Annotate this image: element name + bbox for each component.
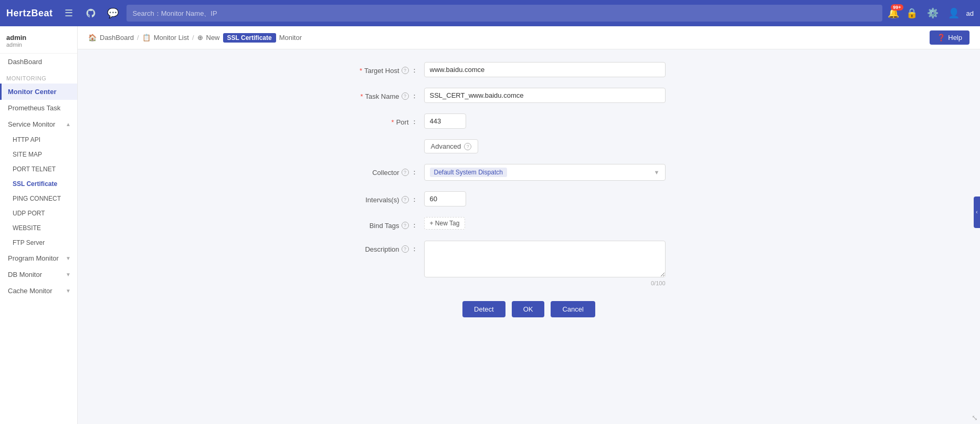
user-icon[interactable]: 👤: [945, 5, 962, 22]
sidebar-sub-udp-port[interactable]: UDP PORT: [0, 206, 77, 221]
collector-label: Collector ? ：: [340, 164, 424, 177]
right-collapse-handle[interactable]: ‹: [974, 197, 980, 228]
settings-icon[interactable]: ⚙️: [924, 5, 941, 22]
task-name-row: * Task Name ? ：: [340, 88, 718, 103]
required-star-3: *: [392, 118, 394, 126]
char-count: 0/100: [424, 280, 666, 286]
port-label: * Port ：: [340, 113, 424, 127]
collector-info-icon[interactable]: ?: [402, 169, 409, 176]
breadcrumb-dashboard[interactable]: DashBoard: [100, 34, 134, 42]
sidebar-item-program-monitor[interactable]: Program Monitor ▼: [0, 250, 77, 266]
breadcrumb-sep-1: /: [137, 34, 139, 42]
notification-badge: 99+: [891, 4, 903, 11]
sidebar-sub-ssl-certificate[interactable]: SSL Certificate: [0, 177, 77, 191]
intervals-info-icon[interactable]: ?: [402, 196, 409, 203]
chevron-down-icon-2: ▼: [66, 272, 71, 277]
sidebar-sub-port-telnet[interactable]: PORT TELNET: [0, 162, 77, 177]
home-icon: 🏠: [88, 34, 97, 42]
intervals-label: Intervals(s) ? ：: [340, 191, 424, 204]
sidebar-item-prometheus-task[interactable]: Prometheus Task: [0, 100, 77, 116]
breadcrumb-monitor: Monitor: [279, 34, 302, 42]
sidebar-sub-site-map[interactable]: SITE MAP: [0, 147, 77, 162]
target-host-row: * Target Host ? ：: [340, 62, 718, 77]
chevron-down-icon-3: ▼: [66, 288, 71, 294]
task-name-input[interactable]: [424, 88, 666, 103]
main-layout: admin admin DashBoard Monitoring Monitor…: [0, 26, 980, 424]
sidebar-dashboard-label: DashBoard: [8, 58, 42, 66]
intervals-row: Intervals(s) ? ：: [340, 191, 718, 206]
sidebar-user-info: admin admin: [0, 26, 77, 54]
port-input[interactable]: [424, 113, 466, 129]
nav-username[interactable]: ad: [966, 9, 974, 17]
bind-tags-row: Bind Tags ? ： + New Tag: [340, 217, 718, 230]
sidebar-username: admin: [6, 34, 71, 42]
ok-button[interactable]: OK: [512, 301, 545, 317]
description-info-icon[interactable]: ?: [402, 245, 409, 253]
collector-select[interactable]: Default System Dispatch ▼: [424, 164, 666, 181]
description-row: Description ? ： 0/100: [340, 241, 718, 286]
resize-handle[interactable]: ⤡: [972, 413, 978, 422]
required-star-1: *: [360, 67, 362, 75]
new-tag-button[interactable]: + New Tag: [424, 217, 466, 230]
sidebar-user-sub: admin: [6, 42, 71, 48]
form-actions: Detect OK Cancel: [340, 301, 718, 317]
bind-tags-info-icon[interactable]: ?: [402, 222, 409, 229]
sidebar: admin admin DashBoard Monitoring Monitor…: [0, 26, 78, 424]
chevron-down-icon: ▼: [66, 255, 71, 261]
target-host-input[interactable]: [424, 62, 666, 77]
help-icon: ❓: [937, 34, 945, 42]
sidebar-monitoring-label: Monitoring: [0, 70, 77, 84]
sidebar-monitor-center-label: Monitor Center: [8, 88, 56, 96]
bind-tags-label: Bind Tags ? ：: [340, 217, 424, 230]
description-wrapper: 0/100: [424, 241, 666, 286]
nav-right-icons: 🔔 99+ 🔒 ⚙️ 👤 ad: [888, 5, 974, 22]
form-area: * Target Host ? ： * Task Name ? ：: [78, 49, 980, 424]
sidebar-item-service-monitor[interactable]: Service Monitor ▲: [0, 116, 77, 132]
help-button[interactable]: ❓ Help: [930, 30, 970, 45]
monitor-list-icon: 📋: [142, 34, 151, 42]
breadcrumb-sep-2: /: [192, 34, 194, 42]
notification-icon[interactable]: 🔔 99+: [888, 7, 899, 19]
advanced-button[interactable]: Advanced ?: [424, 139, 479, 153]
sidebar-service-monitor-label: Service Monitor: [8, 120, 55, 128]
menu-icon[interactable]: ☰: [60, 5, 77, 22]
new-icon: ⊕: [197, 34, 203, 42]
task-name-label: * Task Name ? ：: [340, 88, 424, 101]
sidebar-sub-ping-connect[interactable]: PING CONNECT: [0, 191, 77, 206]
form-container: * Target Host ? ： * Task Name ? ：: [319, 62, 739, 317]
port-row: * Port ：: [340, 113, 718, 129]
brand-logo: HertzBeat: [6, 8, 53, 19]
sidebar-sub-http-api[interactable]: HTTP API: [0, 132, 77, 147]
chevron-up-icon: ▲: [66, 121, 71, 127]
sidebar-sub-website[interactable]: WEBSITE: [0, 221, 77, 235]
required-star-2: *: [360, 92, 363, 100]
lock-icon[interactable]: 🔒: [903, 5, 920, 22]
cancel-button[interactable]: Cancel: [551, 301, 595, 317]
sidebar-item-db-monitor[interactable]: DB Monitor ▼: [0, 266, 77, 283]
advanced-info-icon: ?: [464, 143, 471, 150]
detect-button[interactable]: Detect: [462, 301, 505, 317]
target-host-info-icon[interactable]: ?: [402, 67, 409, 74]
description-label: Description ? ：: [340, 241, 424, 254]
breadcrumb-new: New: [206, 34, 220, 42]
target-host-label: * Target Host ? ：: [340, 62, 424, 75]
collector-row: Collector ? ： Default System Dispatch ▼: [340, 164, 718, 181]
sidebar-prometheus-label: Prometheus Task: [8, 104, 60, 112]
main-content: 🏠 DashBoard / 📋 Monitor List / ⊕ New SSL…: [78, 26, 980, 424]
breadcrumb: 🏠 DashBoard / 📋 Monitor List / ⊕ New SSL…: [78, 26, 980, 49]
breadcrumb-tag: SSL Certificate: [223, 33, 276, 43]
sidebar-item-dashboard[interactable]: DashBoard: [0, 54, 77, 70]
collector-tag: Default System Dispatch: [430, 168, 507, 177]
collector-chevron-icon: ▼: [654, 169, 660, 175]
task-name-info-icon[interactable]: ?: [402, 92, 409, 100]
intervals-input[interactable]: [424, 191, 466, 206]
sidebar-item-cache-monitor[interactable]: Cache Monitor ▼: [0, 283, 77, 299]
github-icon[interactable]: [82, 5, 99, 22]
sidebar-sub-ftp-server[interactable]: FTP Server: [0, 235, 77, 250]
chat-icon[interactable]: 💬: [104, 5, 121, 22]
breadcrumb-monitor-list[interactable]: Monitor List: [154, 34, 189, 42]
search-input[interactable]: [127, 5, 882, 22]
description-input[interactable]: [424, 241, 666, 277]
top-navigation: HertzBeat ☰ 💬 🔔 99+ 🔒 ⚙️ 👤 ad: [0, 0, 980, 26]
sidebar-item-monitor-center[interactable]: Monitor Center: [0, 84, 77, 100]
